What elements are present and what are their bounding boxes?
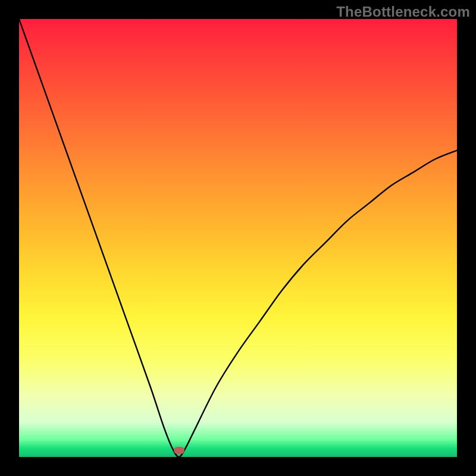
plot-area [19,19,457,457]
optimum-marker [174,447,184,454]
chart-frame: TheBottleneck.com [0,0,476,476]
curve-svg [19,19,457,457]
bottleneck-curve-path [19,19,457,457]
watermark-text: TheBottleneck.com [336,4,470,20]
